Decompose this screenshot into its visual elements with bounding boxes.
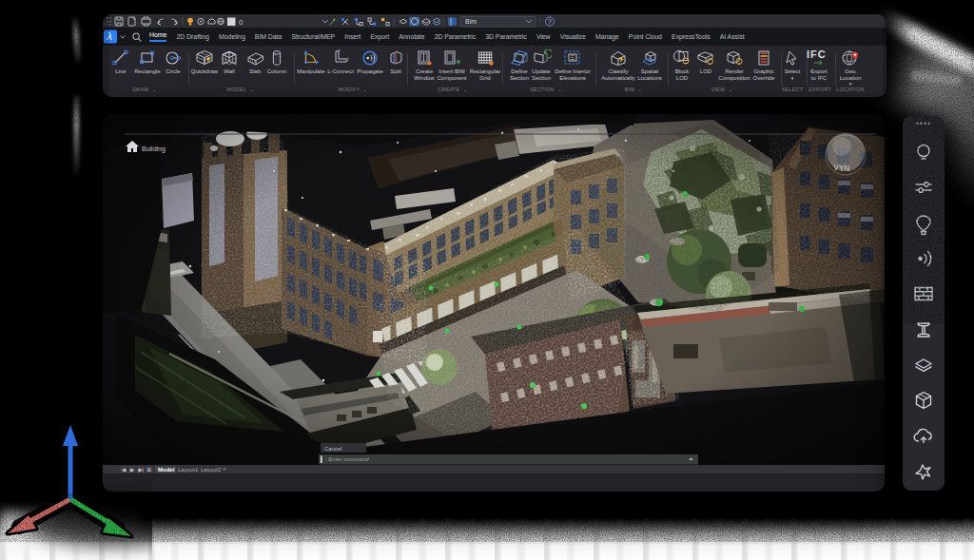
svg-text:?: ? bbox=[548, 17, 552, 26]
svg-text:Model: Model bbox=[158, 467, 175, 473]
svg-text:λ: λ bbox=[107, 30, 112, 42]
svg-text:Building: Building bbox=[142, 145, 166, 153]
svg-text:Layout2: Layout2 bbox=[201, 467, 222, 473]
svg-text:Cancel: Cancel bbox=[324, 446, 342, 452]
svg-text:Bim: Bim bbox=[465, 18, 477, 25]
svg-text:0: 0 bbox=[239, 17, 244, 26]
svg-text:Layout1: Layout1 bbox=[178, 467, 199, 473]
svg-text:+: + bbox=[223, 466, 226, 473]
svg-text:IFC: IFC bbox=[807, 48, 827, 60]
svg-text:: Enter command: : Enter command bbox=[325, 456, 369, 462]
